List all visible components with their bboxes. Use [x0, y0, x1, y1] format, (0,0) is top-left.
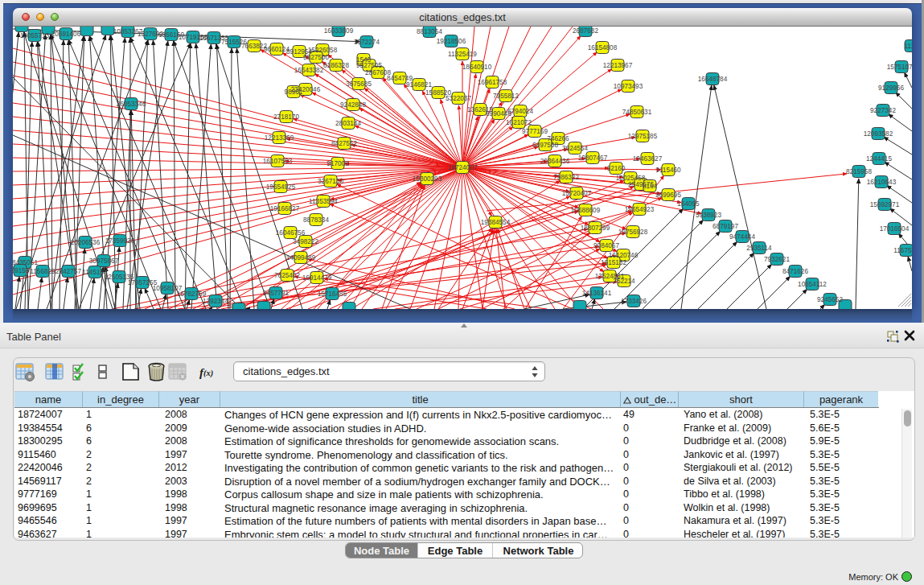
svg-text:8427552: 8427552	[331, 140, 357, 147]
svg-text:9242848: 9242848	[340, 101, 366, 109]
svg-text:9115460: 9115460	[655, 167, 681, 174]
svg-text:2935114: 2935114	[746, 245, 772, 252]
svg-text:20364436: 20364436	[540, 158, 570, 165]
svg-text:9527505: 9527505	[356, 62, 382, 69]
svg-text:9777169: 9777169	[522, 128, 548, 135]
svg-text:8164: 8164	[643, 183, 658, 190]
svg-text:1156829: 1156829	[30, 268, 55, 275]
svg-text:8471626: 8471626	[782, 268, 808, 275]
svg-text:3267130: 3267130	[318, 178, 343, 185]
svg-text:18724007: 18724007	[448, 164, 478, 171]
svg-text:15720407: 15720407	[562, 190, 592, 197]
svg-text:917006: 917006	[326, 160, 349, 167]
svg-text:8215958: 8215958	[846, 168, 872, 175]
svg-text:16046756: 16046756	[276, 229, 306, 237]
svg-text:2687682: 2687682	[573, 27, 598, 35]
svg-text:15751074: 15751074	[887, 64, 912, 71]
svg-text:2942757: 2942757	[55, 268, 81, 275]
svg-text:1621072: 1621072	[506, 119, 532, 126]
svg-text:19463627: 19463627	[633, 155, 663, 163]
svg-text:9457791: 9457791	[263, 290, 289, 297]
svg-text:8878334: 8878334	[303, 216, 329, 224]
svg-text:16033809: 16033809	[324, 27, 354, 35]
svg-text:17359926: 17359926	[105, 237, 135, 245]
svg-text:9084067: 9084067	[593, 242, 619, 249]
svg-text:9827500: 9827500	[303, 54, 329, 61]
svg-text:14099489: 14099489	[286, 254, 316, 262]
svg-text:20206536: 20206536	[71, 239, 101, 246]
svg-text:12975185: 12975185	[628, 133, 658, 140]
svg-text:16107553: 16107553	[263, 158, 293, 165]
svg-text:7986322: 7986322	[553, 174, 579, 181]
svg-text:3498222: 3498222	[293, 238, 318, 245]
svg-text:1615132: 1615132	[601, 259, 626, 266]
svg-text:11353594: 11353594	[309, 198, 338, 205]
svg-text:12213967: 12213967	[603, 62, 633, 69]
svg-text:5938923: 5938923	[696, 212, 721, 219]
svg-text:19654923: 19654923	[625, 206, 655, 213]
svg-text:3572274: 3572274	[354, 39, 380, 46]
svg-text:15300293: 15300293	[413, 175, 442, 183]
svg-text:6879197: 6879197	[713, 223, 738, 230]
svg-text:1244415: 1244415	[866, 155, 892, 163]
svg-text:12093582: 12093582	[864, 130, 893, 138]
svg-text:11325419: 11325419	[448, 51, 477, 58]
svg-text:9699695: 9699695	[655, 192, 681, 199]
svg-text:15226058: 15226058	[308, 47, 338, 54]
svg-text:1292344: 1292344	[203, 298, 228, 305]
svg-text:7625402: 7625402	[274, 272, 300, 279]
svg-text:62160: 62160	[607, 165, 626, 172]
svg-text:7932621: 7932621	[764, 256, 790, 263]
svg-text:6794024: 6794024	[507, 108, 533, 115]
svg-text:8435061: 8435061	[13, 259, 38, 266]
svg-text:30975867: 30975867	[89, 257, 119, 265]
svg-text:9129966: 9129966	[878, 84, 904, 92]
svg-text:15716485: 15716485	[318, 290, 347, 298]
svg-text:2803144: 2803144	[335, 120, 361, 127]
svg-text:9474444: 9474444	[729, 233, 755, 241]
svg-text:16210643: 16210643	[867, 179, 897, 186]
svg-text:14136141: 14136141	[582, 290, 612, 297]
svg-text:16914479: 16914479	[302, 274, 332, 282]
svg-text:14055713: 14055713	[20, 32, 50, 39]
svg-text:(x): (x)	[203, 369, 213, 378]
svg-text:20691406: 20691406	[51, 31, 81, 38]
svg-text:16961758: 16961758	[478, 79, 507, 86]
svg-text:10807467: 10807467	[578, 154, 608, 162]
svg-text:16120746: 16120746	[609, 252, 639, 259]
svg-text:19166827: 19166827	[270, 205, 300, 212]
svg-text:74850631: 74850631	[622, 109, 652, 116]
svg-text:9146821: 9146821	[406, 81, 432, 89]
svg-text:1167534: 1167534	[893, 247, 912, 254]
svg-text:164095: 164095	[677, 200, 700, 208]
svg-text:19384554: 19384554	[481, 219, 511, 226]
svg-text:6497568: 6497568	[532, 142, 558, 149]
svg-text:18640910: 18640910	[462, 64, 492, 71]
svg-text:19756928: 19756928	[618, 229, 648, 236]
svg-text:16543382: 16543382	[294, 67, 324, 74]
svg-text:9227342: 9227342	[870, 107, 896, 114]
svg-text:10654112: 10654112	[798, 281, 827, 288]
svg-text:39159: 39159	[13, 267, 30, 274]
svg-text:252214: 252214	[613, 278, 635, 285]
svg-text:23420046: 23420046	[291, 86, 321, 93]
svg-text:1117: 1117	[905, 43, 913, 50]
svg-text:3675685: 3675685	[346, 80, 372, 88]
svg-text:8813054: 8813054	[417, 28, 442, 35]
svg-text:12213369: 12213369	[265, 134, 294, 142]
svg-text:17016504: 17016504	[880, 225, 910, 233]
svg-text:16782759: 16782759	[177, 290, 207, 298]
svg-text:19654925: 19654925	[266, 183, 296, 191]
svg-text:2718170: 2718170	[273, 113, 299, 121]
svg-text:5322037: 5322037	[446, 95, 471, 102]
svg-text:18807299: 18807299	[581, 225, 610, 232]
svg-text:16154808: 16154808	[588, 44, 618, 51]
svg-text:15692971: 15692971	[870, 201, 900, 208]
svg-text:7955812: 7955812	[493, 93, 519, 100]
svg-text:9245652: 9245652	[817, 296, 843, 303]
svg-text:8186328: 8186328	[323, 62, 349, 69]
svg-text:19218506: 19218506	[437, 38, 466, 45]
svg-text:10688609: 10688609	[571, 207, 601, 214]
svg-text:26053346: 26053346	[117, 101, 146, 108]
svg-text:3624554: 3624554	[562, 145, 588, 152]
